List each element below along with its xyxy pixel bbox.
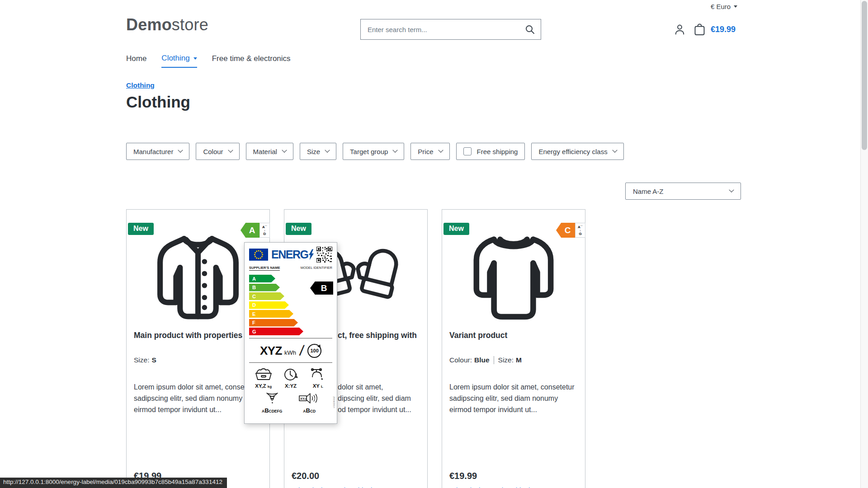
chevron-down-icon xyxy=(193,57,197,60)
duration-icon xyxy=(282,367,300,382)
storefront-page: € Euro Demostore €19.99 Home xyxy=(0,0,868,488)
free-shipping-checkbox[interactable] xyxy=(463,147,472,155)
filter-panel: Manufacturer Colour Material Size Target… xyxy=(126,143,624,160)
bag-icon xyxy=(693,23,706,36)
search-button[interactable] xyxy=(519,19,541,39)
label-pictograms-row2: ABCDEFG XY dB ABCD xyxy=(249,389,332,414)
chevron-down-icon xyxy=(734,5,737,8)
tax-shipping-link[interactable]: Prices incl. VAT plus shipping costs xyxy=(292,486,397,488)
regulation-number: 2019/2014 xyxy=(333,396,335,408)
chevron-down-icon xyxy=(729,188,734,192)
search-icon xyxy=(525,24,535,34)
tax-shipping-link[interactable]: Prices incl. VAT plus shipping costs xyxy=(449,486,555,488)
product-description: Lorem ipsum dolor sit amet, consetetur s… xyxy=(449,381,579,415)
energy-range-scale: A··· ↑ D xyxy=(259,223,270,238)
product-variant-info: Colour:Blue Size:M xyxy=(449,356,522,364)
filter-manufacturer[interactable]: Manufacturer xyxy=(126,143,189,160)
sweater-icon xyxy=(461,229,566,324)
logo-light-part: store xyxy=(172,15,208,34)
cart-total: €19.99 xyxy=(711,25,736,34)
user-icon xyxy=(674,23,686,36)
product-title[interactable]: ct, free shipping with xyxy=(338,331,417,340)
chevron-down-icon xyxy=(325,148,330,153)
store-logo[interactable]: Demostore xyxy=(126,15,208,34)
divider xyxy=(494,356,494,364)
jacket-icon xyxy=(148,229,248,324)
energy-class-badge[interactable]: A A··· ↑ D xyxy=(241,223,270,238)
product-title[interactable]: Main product with properties xyxy=(134,331,242,340)
breadcrumb[interactable]: Clothing xyxy=(126,81,155,89)
rating-arrow: B xyxy=(310,282,333,295)
new-badge: New xyxy=(286,223,311,235)
product-price: €20.00 xyxy=(292,471,319,481)
sort-select[interactable]: Name A-Z xyxy=(625,183,741,200)
page-title: Clothing xyxy=(126,93,190,111)
search-input[interactable] xyxy=(361,26,519,33)
chevron-down-icon xyxy=(228,148,233,153)
product-title[interactable]: Variant product xyxy=(449,331,507,340)
spin-icon xyxy=(263,391,281,406)
energy-label-popup: ENERG xyxy=(244,242,337,424)
noise-icon: XY dB xyxy=(298,391,320,406)
chevron-down-icon xyxy=(393,148,398,153)
eu-flag-icon xyxy=(249,249,268,261)
energy-range-scale: A··· ↑ G xyxy=(575,223,585,238)
new-badge: New xyxy=(128,223,154,235)
status-bar-url: http://127.0.0.1:8000/energy-label/media… xyxy=(0,478,227,488)
search-bar xyxy=(360,19,541,40)
filter-colour[interactable]: Colour xyxy=(196,143,239,160)
product-price: €19.99 xyxy=(449,471,477,481)
currency-switcher[interactable]: € Euro xyxy=(711,3,737,10)
class-arrow-f: F xyxy=(249,319,298,327)
energy-arrow-icon: A xyxy=(241,223,259,238)
class-arrow-e: E xyxy=(249,310,293,318)
cycles-icon: 100 xyxy=(307,344,321,358)
class-arrow-b: B xyxy=(249,284,280,291)
cart-button[interactable]: €19.99 xyxy=(693,23,736,36)
product-variant-info: Size:S xyxy=(134,356,156,364)
class-arrow-c: C xyxy=(249,292,284,300)
class-arrow-a: A xyxy=(249,275,275,282)
filter-material[interactable]: Material xyxy=(246,143,293,160)
label-pictograms-row1: XY,Z kg X:YZ XY L xyxy=(249,366,332,389)
nav-item-home[interactable]: Home xyxy=(126,54,146,68)
nav-item-clothing[interactable]: Clothing xyxy=(161,54,197,68)
energy-class-badge[interactable]: C A··· ↑ G xyxy=(556,223,585,238)
scrollbar-track[interactable] xyxy=(860,0,868,488)
water-icon xyxy=(309,367,327,382)
nav-item-free-time[interactable]: Free time & electronics xyxy=(212,54,291,68)
product-card-variant-product: New C A··· ↑ G Variant product Colour:Bl… xyxy=(442,209,585,488)
logo-bold-part: Demo xyxy=(126,15,172,34)
svg-text:dB: dB xyxy=(304,398,307,400)
chevron-down-icon xyxy=(282,148,287,153)
energ-wordmark: ENERG xyxy=(271,248,314,261)
model-identifier: MODEL IDENTIFIER xyxy=(301,266,332,271)
filter-size[interactable]: Size xyxy=(300,143,336,160)
filter-target-group[interactable]: Target group xyxy=(343,143,404,160)
filter-energy-class[interactable]: Energy efficiency class xyxy=(531,143,623,160)
class-arrow-d: D xyxy=(249,301,289,309)
account-button[interactable] xyxy=(674,23,686,36)
class-arrow-g: G xyxy=(249,328,303,335)
capacity-icon xyxy=(254,367,273,382)
main-navigation: Home Clothing Free time & electronics xyxy=(126,54,291,68)
filter-price[interactable]: Price xyxy=(410,143,449,160)
currency-label: € Euro xyxy=(711,3,731,10)
product-image-link[interactable] xyxy=(442,223,585,329)
scrollbar-thumb[interactable] xyxy=(862,1,867,150)
chevron-down-icon xyxy=(612,148,617,153)
filter-free-shipping[interactable]: Free shipping xyxy=(456,143,525,160)
sort-selected-value: Name A-Z xyxy=(633,188,664,195)
energy-consumption: XYZ kWh / 100 xyxy=(249,341,332,360)
new-badge: New xyxy=(443,223,469,235)
qr-code xyxy=(316,247,332,263)
chevron-down-icon xyxy=(438,148,443,153)
lightning-icon xyxy=(308,249,314,260)
supplier-name: SUPPLIER'S NAME xyxy=(249,266,280,271)
chevron-down-icon xyxy=(178,148,183,153)
energy-arrow-icon: C xyxy=(556,223,575,238)
